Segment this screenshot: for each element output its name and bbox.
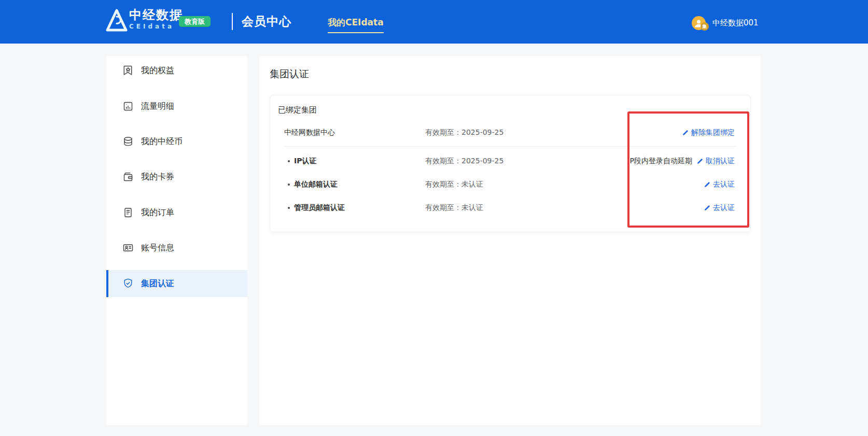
sidebar-item-group-auth[interactable]: 集团认证 xyxy=(106,270,247,297)
username: 中经数据001 xyxy=(712,18,759,28)
unit-email-auth-name: 单位邮箱认证 xyxy=(294,180,338,189)
unit-email-auth-row: 单位邮箱认证 有效期至：未认证 去认证 xyxy=(270,177,750,192)
unbind-group-label: 解除集团绑定 xyxy=(691,128,735,137)
group-member-badge: 集 xyxy=(701,22,709,31)
sidebar-item-my-coupons[interactable]: 我的卡券 xyxy=(106,163,247,190)
admin-email-auth-row: 管理员邮箱认证 有效期至：未认证 去认证 xyxy=(270,201,750,215)
sidebar-item-traffic-detail[interactable]: 流量明细 xyxy=(106,93,247,120)
cancel-ip-auth-label: 取消认证 xyxy=(706,157,735,166)
sidebar-item-my-coins[interactable]: 我的中经币 xyxy=(106,128,247,155)
badge-star-icon xyxy=(122,64,134,77)
go-auth-admin-email-link[interactable]: 去认证 xyxy=(704,203,735,213)
traffic-chart-icon xyxy=(122,100,134,112)
go-auth-admin-email-label: 去认证 xyxy=(713,203,735,213)
row-divider xyxy=(284,146,737,147)
edit-icon xyxy=(704,204,711,212)
triangle-logo-icon xyxy=(105,8,129,34)
id-card-icon xyxy=(122,242,134,254)
ip-auth-row: IP认证 有效期至：2025-09-25 IP段内登录自动延期 取消认证 xyxy=(270,154,750,168)
edit-icon xyxy=(696,158,704,165)
ip-auth-name: IP认证 xyxy=(294,157,316,166)
nav-my-ceidata[interactable]: 我的CEIdata xyxy=(328,17,384,33)
main-panel: 集团认证 已绑定集团 中经网数据中心 有效期至：2025-09-25 解除集团绑… xyxy=(259,56,761,425)
group-name: 中经网数据中心 xyxy=(284,128,335,137)
wallet-icon xyxy=(122,171,134,183)
go-auth-unit-email-label: 去认证 xyxy=(713,180,735,189)
sidebar: 我的权益 流量明细 我的中经币 我的卡券 我的订单 xyxy=(106,56,247,425)
sidebar-item-account-info[interactable]: 账号信息 xyxy=(106,234,247,261)
edit-icon xyxy=(682,129,689,136)
sidebar-item-label: 我的权益 xyxy=(141,65,174,76)
top-header: 中经数据 CEIdata 教育版 会员中心 我的CEIdata 集 中经数据00… xyxy=(0,0,868,44)
bound-group-card: 已绑定集团 中经网数据中心 有效期至：2025-09-25 解除集团绑定 I xyxy=(270,95,751,232)
member-center-title: 会员中心 xyxy=(242,13,291,30)
sidebar-item-label: 账号信息 xyxy=(141,243,174,254)
sidebar-item-label: 集团认证 xyxy=(141,278,174,289)
unit-email-auth-validity: 有效期至：未认证 xyxy=(425,180,483,189)
group-validity: 有效期至：2025-09-25 xyxy=(425,128,503,137)
admin-email-auth-name: 管理员邮箱认证 xyxy=(294,203,345,213)
brand-text: 中经数据 CEIdata xyxy=(129,8,183,30)
ip-auto-extend-note: IP段内登录自动延期 xyxy=(627,157,692,166)
edition-badge: 教育版 xyxy=(179,16,211,27)
sidebar-item-my-rights[interactable]: 我的权益 xyxy=(106,57,247,84)
header-divider xyxy=(232,13,233,30)
sidebar-item-label: 流量明细 xyxy=(141,101,174,112)
coins-icon xyxy=(122,135,134,148)
group-row: 中经网数据中心 有效期至：2025-09-25 解除集团绑定 xyxy=(270,125,750,140)
brand-name: 中经数据 xyxy=(129,8,183,22)
edit-icon xyxy=(704,181,711,188)
go-auth-unit-email-link[interactable]: 去认证 xyxy=(704,180,735,189)
unbind-group-link[interactable]: 解除集团绑定 xyxy=(682,128,735,137)
sidebar-item-label: 我的订单 xyxy=(141,207,174,218)
cancel-ip-auth-link[interactable]: 取消认证 xyxy=(696,157,735,166)
admin-email-auth-validity: 有效期至：未认证 xyxy=(425,203,483,213)
sidebar-item-label: 我的中经币 xyxy=(141,136,183,147)
shield-check-icon xyxy=(122,277,134,290)
page-title: 集团认证 xyxy=(270,67,309,81)
sidebar-item-my-orders[interactable]: 我的订单 xyxy=(106,199,247,226)
sidebar-item-label: 我的卡券 xyxy=(141,172,174,182)
brand-subname: CEIdata xyxy=(129,23,183,30)
order-list-icon xyxy=(122,206,134,219)
ip-auth-validity: 有效期至：2025-09-25 xyxy=(425,157,503,166)
card-title: 已绑定集团 xyxy=(278,105,317,115)
